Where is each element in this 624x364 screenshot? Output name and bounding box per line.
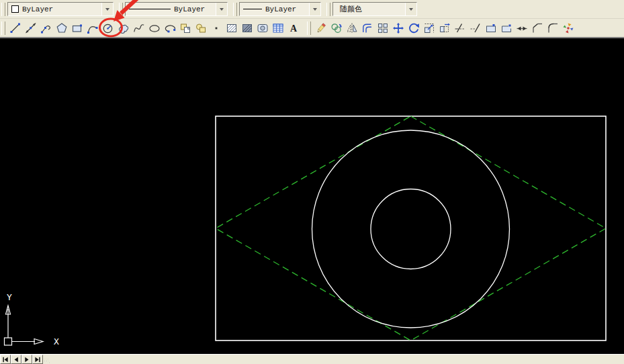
toolbar-grip[interactable] (326, 3, 330, 16)
rectangle-tool-button[interactable] (69, 19, 85, 37)
last-tab-button[interactable] (32, 355, 43, 364)
copy-tool-button[interactable] (328, 19, 344, 37)
offset-tool-button[interactable] (359, 19, 375, 37)
region-tool-button[interactable] (255, 19, 270, 37)
move-tool-button[interactable] (390, 19, 406, 37)
layout-tab-bar: 模型布局1布局2 (0, 354, 624, 364)
toolbar-grip[interactable] (119, 3, 123, 16)
polygon-tool-button[interactable] (54, 19, 69, 37)
next-tab-button[interactable] (21, 355, 32, 364)
break-icon (500, 22, 512, 34)
mirror-tool-button[interactable] (344, 19, 359, 37)
construction-line-tool-button[interactable] (23, 19, 38, 37)
text-icon: A (287, 22, 300, 34)
color-control[interactable]: ByLayer (7, 2, 114, 16)
insert-block-tool-button[interactable] (177, 19, 193, 37)
text-tool-button[interactable]: A (285, 19, 301, 37)
linetype-sample (129, 9, 171, 9)
polygon-icon (56, 22, 68, 34)
table-tool-button[interactable] (270, 19, 285, 37)
trim-tool-button[interactable] (452, 19, 467, 37)
combo-value: ByLayer (265, 5, 296, 13)
join-tool-button[interactable] (514, 19, 529, 37)
line-tool-button[interactable] (7, 19, 23, 37)
mirror-icon (346, 22, 358, 34)
rotate-tool-button[interactable] (406, 19, 421, 37)
hatch-tool-button[interactable] (224, 19, 239, 37)
draw-toolbar: A (7, 19, 301, 37)
ellipse-arc-icon (164, 22, 176, 34)
extend-icon (470, 22, 482, 34)
chevron-down-icon[interactable] (216, 3, 227, 15)
toolbar-grip[interactable] (233, 3, 237, 16)
drawn-circle-outer[interactable] (312, 130, 510, 328)
erase-icon (315, 22, 327, 34)
make-block-tool-button[interactable] (193, 19, 208, 37)
drawn-circle-inner[interactable] (371, 189, 451, 269)
fillet-icon (547, 22, 559, 34)
toolbar-grip[interactable] (1, 3, 5, 16)
linetype-control[interactable]: ByLayer (125, 2, 228, 16)
join-icon (516, 22, 528, 34)
combo-value: ByLayer (174, 5, 205, 13)
toolbar-grip[interactable] (307, 21, 311, 35)
linetype-sample (243, 9, 262, 9)
lineweight-control[interactable]: ByLayer (239, 2, 321, 16)
polyline-tool-button[interactable] (38, 19, 54, 37)
revision-cloud-icon (118, 22, 130, 34)
construction-line-icon (25, 22, 37, 34)
drawn-diamond[interactable] (216, 116, 606, 340)
combo-value: 随颜色 (340, 4, 362, 14)
toolbar-grip[interactable] (1, 21, 5, 35)
scale-tool-button[interactable] (421, 19, 437, 37)
ellipse-tool-button[interactable] (146, 19, 162, 37)
break-tool-button[interactable] (498, 19, 514, 37)
chamfer-tool-button[interactable] (529, 19, 545, 37)
line-icon (9, 22, 21, 34)
ucs-y-label: Y (7, 292, 12, 302)
stretch-tool-button[interactable] (437, 19, 452, 37)
rectangle-icon (71, 22, 83, 34)
ellipse-arc-tool-button[interactable] (162, 19, 177, 37)
tool-toolbar: A (0, 19, 624, 38)
chevron-down-icon[interactable] (101, 3, 113, 15)
rotate-icon (408, 22, 420, 34)
erase-tool-button[interactable] (313, 19, 328, 37)
array-tool-button[interactable] (375, 19, 390, 37)
explode-tool-button[interactable] (560, 19, 576, 37)
point-icon (210, 22, 222, 34)
array-icon (377, 22, 389, 34)
hatch-icon (226, 22, 238, 34)
chevron-down-icon[interactable] (309, 3, 320, 15)
point-tool-button[interactable] (208, 19, 224, 37)
revision-cloud-tool-button[interactable] (116, 19, 131, 37)
properties-toolbar: ByLayerByLayerByLayer随颜色 (0, 0, 624, 19)
drawn-rectangle[interactable] (216, 116, 606, 340)
modify-toolbar (313, 19, 576, 37)
last-tab-icon (34, 357, 42, 363)
plot-style-control[interactable]: 随颜色 (332, 2, 417, 16)
spline-tool-button[interactable] (131, 19, 146, 37)
previous-tab-button[interactable] (11, 355, 21, 364)
gradient-tool-button[interactable] (239, 19, 255, 37)
model-space-canvas[interactable]: YX (0, 38, 624, 354)
circle-tool-button[interactable] (100, 19, 116, 37)
chamfer-icon (531, 22, 543, 34)
next-tab-icon (24, 357, 31, 363)
gradient-icon (241, 22, 253, 34)
svg-text:A: A (289, 24, 297, 34)
circle-icon (102, 22, 114, 34)
arc-tool-button[interactable] (85, 19, 100, 37)
first-tab-button[interactable] (0, 355, 11, 364)
extend-tool-button[interactable] (467, 19, 483, 37)
trim-icon (454, 22, 466, 34)
arc-icon (87, 22, 99, 34)
move-icon (392, 22, 404, 34)
tab-label: 模型 (47, 355, 60, 364)
break-at-point-tool-button[interactable] (483, 19, 498, 37)
first-tab-icon (2, 357, 9, 363)
copy-icon (330, 22, 343, 34)
chevron-down-icon[interactable] (405, 3, 416, 15)
ellipse-icon (148, 22, 161, 34)
fillet-tool-button[interactable] (545, 19, 560, 37)
